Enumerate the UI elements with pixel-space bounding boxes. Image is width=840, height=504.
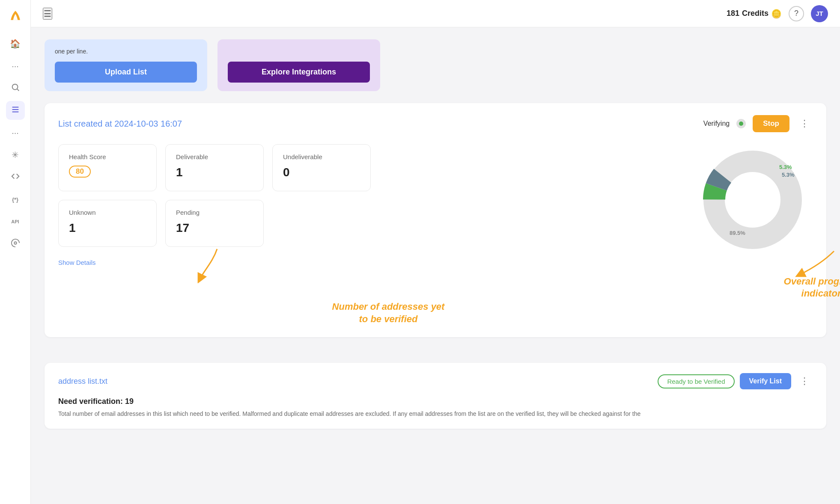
- more-dots2-icon: ···: [12, 128, 19, 138]
- list-title-link[interactable]: List created at 2024-10-03 16:07: [58, 119, 182, 129]
- sidebar-item-more2[interactable]: ···: [6, 123, 25, 142]
- address-list-header: address list.txt Ready to be Verified Ve…: [58, 373, 813, 389]
- deliverable-label: Deliverable: [176, 153, 253, 160]
- upload-list-button[interactable]: Upload List: [55, 62, 197, 83]
- sidebar-item-home[interactable]: 🏠: [6, 34, 25, 53]
- sidebar: 🏠 ··· ··· ✳ {*} API: [0, 0, 31, 504]
- verification-more-button[interactable]: ⋮: [796, 116, 813, 131]
- credits-amount: 181: [727, 9, 739, 18]
- pending-card: Pending 17: [165, 200, 264, 247]
- stats-left: Health Score 80 Deliverable 1 Undelivera…: [58, 144, 693, 325]
- sidebar-item-api[interactable]: API: [6, 212, 25, 231]
- avatar-initials: JT: [816, 10, 823, 17]
- address-list-more-button[interactable]: ⋮: [796, 374, 813, 388]
- credits-label: Credits: [742, 9, 769, 18]
- upload-description: one per line.: [55, 48, 88, 55]
- verification-card: List created at 2024-10-03 16:07 Verifyi…: [45, 103, 826, 337]
- unknown-card: Unknown 1: [58, 200, 157, 247]
- sidebar-item-search[interactable]: [6, 79, 25, 98]
- pending-value: 17: [176, 221, 253, 235]
- api-icon: API: [11, 219, 19, 224]
- stop-button[interactable]: Stop: [753, 115, 789, 132]
- sidebar-item-lists[interactable]: [6, 101, 25, 120]
- svg-point-5: [14, 242, 17, 244]
- upload-section: one per line. Upload List Explore Integr…: [45, 39, 826, 91]
- more-dots-icon: ···: [12, 61, 19, 71]
- donut-chart: 5.3% 5.3% 89.5%: [697, 144, 808, 255]
- topbar: ☰ 181 Credits 🪙 ? JT: [31, 0, 840, 27]
- stats-bottom-row: Unknown 1 Pending 17: [58, 200, 693, 247]
- help-button[interactable]: ?: [789, 6, 804, 21]
- main-content: one per line. Upload List Explore Integr…: [31, 0, 840, 441]
- verifying-spinner: [736, 119, 746, 128]
- unknown-label: Unknown: [69, 209, 146, 216]
- health-score-label: Health Score: [69, 153, 146, 160]
- stats-and-chart: Health Score 80 Deliverable 1 Undelivera…: [58, 144, 813, 325]
- credits-icon: 🪙: [771, 9, 782, 19]
- explore-card: Explore Integrations: [217, 39, 380, 91]
- chart-area: 5.3% 5.3% 89.5%: [693, 144, 813, 257]
- sidebar-item-more1[interactable]: ···: [6, 56, 25, 75]
- question-mark-icon: ?: [794, 9, 798, 18]
- undeliverable-value: 0: [283, 166, 360, 179]
- svg-point-0: [12, 84, 18, 89]
- chart-annotation: Overall progress indicator: [770, 276, 840, 300]
- lists-icon: [11, 105, 20, 116]
- svg-point-9: [727, 174, 778, 225]
- integrations-icon: [11, 238, 20, 250]
- undeliverable-card: Undeliverable 0: [272, 144, 371, 191]
- upload-card: one per line. Upload List: [45, 39, 207, 91]
- menu-button[interactable]: ☰: [43, 8, 52, 20]
- verify-list-button[interactable]: Verify List: [740, 373, 791, 389]
- health-score-value: 80: [69, 166, 146, 178]
- chart-label-unknown: 5.3%: [782, 172, 795, 178]
- svg-line-1: [17, 89, 19, 91]
- sidebar-item-code[interactable]: [6, 168, 25, 187]
- undeliverable-label: Undeliverable: [283, 153, 360, 160]
- chart-label-deliverable: 5.3%: [779, 164, 792, 170]
- need-verification-title: Need verification: 19: [58, 397, 813, 406]
- pending-annotation: Number of addresses yetto be verified: [84, 301, 693, 325]
- verifying-controls: Verifying Stop ⋮: [703, 115, 813, 132]
- sidebar-item-regex[interactable]: {*}: [6, 190, 25, 209]
- need-verification-text: Total number of email addresses in this …: [58, 409, 813, 418]
- home-icon: 🏠: [10, 39, 21, 49]
- credits-display: 181 Credits 🪙: [727, 9, 782, 19]
- address-list-card: address list.txt Ready to be Verified Ve…: [45, 363, 826, 429]
- verifying-label: Verifying: [703, 120, 730, 127]
- unknown-value: 1: [69, 221, 146, 235]
- sidebar-item-sparkle[interactable]: ✳: [6, 145, 25, 164]
- code-icon: [11, 172, 20, 183]
- explore-integrations-button[interactable]: Explore Integrations: [228, 62, 370, 83]
- deliverable-card: Deliverable 1: [165, 144, 264, 191]
- show-details-link[interactable]: Show Details: [58, 259, 96, 266]
- ready-badge: Ready to be Verified: [658, 374, 734, 388]
- app-logo[interactable]: [7, 7, 24, 24]
- pending-label: Pending: [176, 209, 253, 216]
- chart-label-pending: 89.5%: [730, 230, 745, 236]
- health-score-card: Health Score 80: [58, 144, 157, 191]
- health-score-badge: 80: [69, 166, 91, 178]
- explore-description: [228, 48, 229, 55]
- address-list-actions: Ready to be Verified Verify List ⋮: [658, 373, 813, 389]
- verifying-dot: [739, 122, 743, 126]
- stats-top-row: Health Score 80 Deliverable 1 Undelivera…: [58, 144, 693, 191]
- sparkle-icon: ✳: [12, 150, 19, 160]
- address-list-link[interactable]: address list.txt: [58, 377, 107, 386]
- sidebar-item-integrations[interactable]: [6, 234, 25, 253]
- regex-icon: {*}: [12, 196, 18, 203]
- search-icon: [11, 83, 20, 94]
- verification-header: List created at 2024-10-03 16:07 Verifyi…: [58, 115, 813, 132]
- deliverable-value: 1: [176, 166, 253, 179]
- user-avatar[interactable]: JT: [811, 5, 828, 22]
